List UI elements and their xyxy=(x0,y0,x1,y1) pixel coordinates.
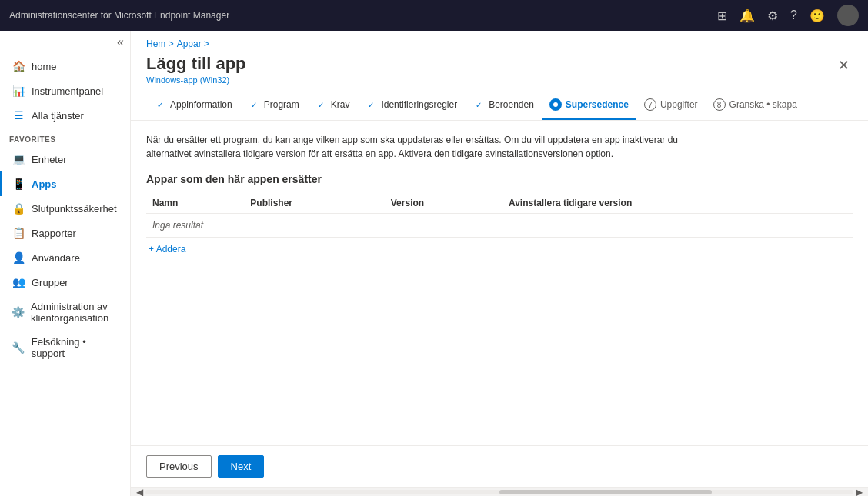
step-check-appinfo: ✓ xyxy=(154,98,166,111)
home-icon: 🏠 xyxy=(12,60,25,72)
scroll-left-arrow[interactable]: ◀ xyxy=(134,487,145,497)
section-title: Appar som den här appen ersätter xyxy=(146,173,853,185)
step-num-uppgifter: 7 xyxy=(644,98,656,111)
page-subtitle: Windows-app (Win32) xyxy=(146,75,246,85)
bell-icon[interactable]: 🔔 xyxy=(739,8,755,23)
sidebar-item-instrumentpanel-label: Instrumentpanel xyxy=(32,85,103,97)
breadcrumb-hem[interactable]: Hem > xyxy=(146,38,174,49)
wizard-step-appinfo[interactable]: ✓ Appinformation xyxy=(146,94,240,120)
top-bar: Administrationscenter för Microsoft Endp… xyxy=(0,0,868,31)
step-num-granska: 8 xyxy=(713,98,726,111)
scroll-bar-area: ◀ ▶ xyxy=(131,487,868,496)
col-avinstallera: Avinstallera tidigare version xyxy=(502,193,853,214)
col-naam: Namn xyxy=(146,193,244,214)
sidebar-item-administration-label: Administration av klientorganisation xyxy=(31,301,121,324)
top-bar-title: Administrationscenter för Microsoft Endp… xyxy=(9,10,717,21)
sidebar-item-rapporter[interactable]: 📋 Rapporter xyxy=(0,221,130,245)
wizard-step-identifieringsregler-label: Identifieringsregler xyxy=(381,99,457,110)
reports-icon: 📋 xyxy=(12,227,25,239)
wizard-step-krav[interactable]: ✓ Krav xyxy=(307,94,358,120)
next-button[interactable]: Next xyxy=(218,455,265,478)
wizard-steps: ✓ Appinformation ✓ Program ✓ Krav ✓ Iden… xyxy=(131,85,868,121)
body-content: När du ersätter ett program, du kan ange… xyxy=(131,121,868,445)
main-layout: « 🏠 home 📊 Instrumentpanel ☰ Alla tjänst… xyxy=(0,31,868,496)
security-icon: 🔒 xyxy=(12,202,25,215)
sidebar-item-grupper-label: Grupper xyxy=(32,277,68,288)
breadcrumb: Hem > Appar > xyxy=(131,31,868,49)
previous-button[interactable]: Previous xyxy=(146,455,212,478)
sidebar-item-administration[interactable]: ⚙️ Administration av klientorganisation xyxy=(0,295,130,330)
support-icon: 🔧 xyxy=(12,341,25,354)
wizard-step-beroenden[interactable]: ✓ Beroenden xyxy=(465,94,542,120)
scroll-bar-thumb xyxy=(499,490,712,494)
add-link[interactable]: + Addera xyxy=(146,244,185,255)
sidebar-item-instrumentpanel[interactable]: 📊 Instrumentpanel xyxy=(0,78,130,103)
step-circle-supersedence xyxy=(549,98,562,111)
step-check-identifieringsregler: ✓ xyxy=(365,98,377,111)
page-header-text: Lägg till app Windows-app (Win32) xyxy=(146,54,246,85)
scroll-right-arrow[interactable]: ▶ xyxy=(853,487,865,497)
sidebar-item-home[interactable]: 🏠 home xyxy=(0,54,130,78)
avatar[interactable] xyxy=(837,5,859,26)
breadcrumb-appar[interactable]: Appar > xyxy=(177,38,209,49)
wizard-step-appinfo-label: Appinformation xyxy=(170,99,232,110)
sidebar-item-alla-tjanster[interactable]: ☰ Alla tjänster xyxy=(0,103,130,128)
sidebar-item-home-label: home xyxy=(32,61,57,72)
sidebar-item-enheter-label: Enheter xyxy=(32,154,67,165)
sidebar-item-enheter[interactable]: 💻 Enheter xyxy=(0,147,130,171)
admin-icon: ⚙️ xyxy=(12,306,25,318)
wizard-step-supersedence[interactable]: Supersedence xyxy=(542,94,636,120)
devices-icon: 💻 xyxy=(12,153,25,165)
gear-icon[interactable]: ⚙ xyxy=(767,8,778,23)
step-check-beroenden: ✓ xyxy=(472,98,485,111)
menu-icon: ☰ xyxy=(12,109,25,122)
help-icon[interactable]: ? xyxy=(790,8,797,22)
sidebar: « 🏠 home 📊 Instrumentpanel ☰ Alla tjänst… xyxy=(0,31,131,496)
page-title: Lägg till app xyxy=(146,54,246,74)
wizard-step-uppgifter-label: Uppgifter xyxy=(660,99,698,110)
wizard-step-granska[interactable]: 8 Granska • skapa xyxy=(706,94,805,120)
layout-icon[interactable]: ⊞ xyxy=(717,8,727,23)
sidebar-item-apps[interactable]: 📱 Apps xyxy=(0,171,130,196)
favorites-section-label: FAVORITES xyxy=(0,128,130,147)
empty-text: Inga resultat xyxy=(146,214,853,238)
apps-table: Namn Publisher Version Avinstallera tidi… xyxy=(146,193,853,238)
wizard-step-supersedence-label: Supersedence xyxy=(566,99,629,110)
col-version: Version xyxy=(385,193,502,214)
sidebar-item-apps-label: Apps xyxy=(32,178,57,190)
sidebar-item-grupper[interactable]: 👥 Grupper xyxy=(0,270,130,295)
sidebar-item-slutpunktssakerhet[interactable]: 🔒 Slutpunktssäkerhet xyxy=(0,196,130,221)
wizard-step-granska-label: Granska • skapa xyxy=(729,99,797,110)
wizard-step-program-label: Program xyxy=(264,99,299,110)
sidebar-item-rapporter-label: Rapporter xyxy=(32,228,76,239)
top-bar-icons: ⊞ 🔔 ⚙ ? 🙂 xyxy=(717,5,859,26)
step-circle-inner xyxy=(553,102,558,107)
sidebar-item-slutpunktssakerhet-label: Slutpunktssäkerhet xyxy=(32,203,117,215)
footer: Previous Next xyxy=(131,445,868,487)
sidebar-item-anvandare[interactable]: 👤 Användare xyxy=(0,245,130,270)
dashboard-icon: 📊 xyxy=(12,85,25,97)
add-label: + Addera xyxy=(149,244,185,255)
sidebar-item-anvandare-label: Användare xyxy=(32,252,80,264)
emoji-icon[interactable]: 🙂 xyxy=(810,8,825,23)
wizard-step-krav-label: Krav xyxy=(331,99,350,110)
groups-icon: 👥 xyxy=(12,276,25,288)
content-area: Hem > Appar > Lägg till app Windows-app … xyxy=(131,31,868,496)
close-button[interactable]: ✕ xyxy=(835,54,853,77)
sidebar-item-alla-tjanster-label: Alla tjänster xyxy=(32,110,84,122)
table-header: Namn Publisher Version Avinstallera tidi… xyxy=(146,193,853,214)
wizard-step-beroenden-label: Beroenden xyxy=(489,99,534,110)
apps-icon: 📱 xyxy=(12,178,25,190)
sidebar-item-felsökning-label: Felsökning • support xyxy=(32,336,121,359)
wizard-step-program[interactable]: ✓ Program xyxy=(240,94,307,120)
wizard-step-uppgifter[interactable]: 7 Uppgifter xyxy=(636,94,706,120)
col-publisher: Publisher xyxy=(244,193,384,214)
sidebar-item-felsökning[interactable]: 🔧 Felsökning • support xyxy=(0,330,130,365)
page-header: Lägg till app Windows-app (Win32) ✕ xyxy=(131,49,868,85)
table-row-empty: Inga resultat xyxy=(146,214,853,238)
scroll-bar-track[interactable] xyxy=(145,490,853,494)
table-body: Inga resultat xyxy=(146,214,853,238)
sidebar-collapse-button[interactable]: « xyxy=(0,31,130,54)
users-icon: 👤 xyxy=(12,251,25,264)
wizard-step-identifieringsregler[interactable]: ✓ Identifieringsregler xyxy=(357,94,465,120)
